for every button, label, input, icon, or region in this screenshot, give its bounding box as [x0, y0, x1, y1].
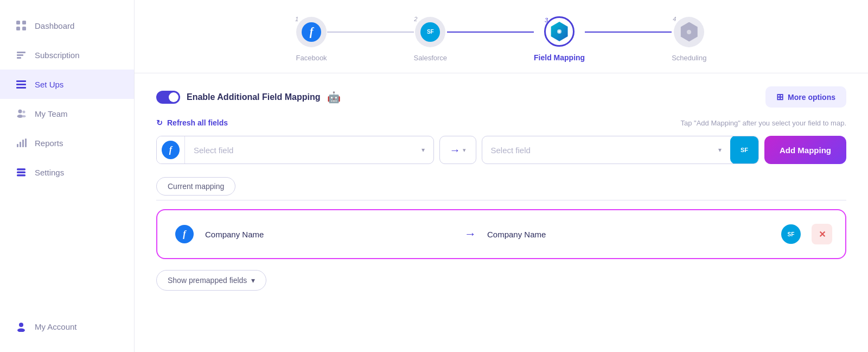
sidebar-label-myaccount: My Account — [35, 322, 77, 331]
team-icon — [15, 108, 27, 120]
dashboard-icon — [15, 20, 27, 32]
svg-point-21 — [19, 323, 23, 327]
close-icon: ✕ — [819, 229, 826, 240]
more-options-button[interactable]: ⊞ More options — [765, 86, 846, 108]
sidebar-item-reports[interactable]: Reports — [0, 128, 134, 158]
connector-2 — [447, 32, 534, 33]
grid-icon: ⊞ — [776, 92, 783, 102]
subscription-icon — [15, 49, 27, 61]
svg-rect-15 — [20, 142, 21, 147]
facebook-field-select[interactable]: f Select field ▾ — [156, 136, 434, 164]
sidebar-item-myaccount[interactable]: My Account — [0, 312, 134, 341]
delete-mapping-button[interactable]: ✕ — [812, 224, 832, 244]
salesforce-select-placeholder: Select field — [491, 146, 531, 155]
svg-point-22 — [17, 329, 25, 332]
refresh-row: ↻ Refresh all fields Tap "Add Mapping" a… — [156, 118, 846, 127]
sidebar: Dashboard Subscription Set Ups My Team R… — [0, 0, 135, 352]
robot-icon: 🤖 — [327, 91, 341, 104]
content-area: Enable Additional Field Mapping 🤖 ⊞ More… — [135, 73, 868, 352]
account-icon — [15, 320, 27, 332]
show-premapped-label: Show premapped fields — [168, 276, 247, 285]
svg-point-10 — [18, 110, 22, 114]
scheduling-icon — [679, 22, 699, 42]
sidebar-item-settings[interactable]: Settings — [0, 158, 134, 187]
steps-header: 1 f Facebook 2 SF Salesforce 3 Field Map… — [135, 0, 868, 73]
settings-icon — [15, 166, 27, 178]
svg-rect-18 — [17, 168, 25, 171]
salesforce-badge: SF — [730, 136, 758, 164]
arrow-chevron-icon: ▾ — [463, 147, 466, 154]
connector-1 — [327, 32, 414, 33]
mapping-card-0: f Company Name → Company Name SF ✕ — [156, 209, 846, 259]
sidebar-item-dashboard[interactable]: Dashboard — [0, 11, 134, 40]
mapping-input-row: f Select field ▾ → ▾ Select field ▾ — [156, 136, 846, 164]
step-salesforce: 2 SF Salesforce — [414, 17, 447, 62]
mapping-source-field: f Company Name — [170, 220, 454, 248]
svg-rect-17 — [25, 139, 27, 147]
salesforce-icon: SF — [420, 22, 440, 42]
svg-rect-16 — [22, 140, 24, 147]
svg-rect-6 — [17, 57, 21, 59]
svg-rect-2 — [16, 27, 20, 30]
facebook-icon-select: f — [162, 141, 180, 159]
refresh-icon: ↻ — [156, 118, 163, 127]
arrow-icon: → — [450, 144, 461, 156]
enable-left: Enable Additional Field Mapping 🤖 — [156, 91, 341, 104]
sidebar-item-setups[interactable]: Set Ups — [0, 70, 134, 99]
setups-icon — [15, 78, 27, 90]
mapping-arrow-icon: → — [464, 227, 476, 241]
svg-point-25 — [687, 30, 691, 34]
svg-point-24 — [558, 30, 560, 33]
sidebar-item-myteam[interactable]: My Team — [0, 99, 134, 128]
step-circle-salesforce: 2 SF — [415, 17, 445, 47]
enable-label: Enable Additional Field Mapping — [187, 92, 321, 102]
svg-rect-20 — [17, 174, 25, 177]
current-mapping-label: Current mapping — [168, 182, 224, 191]
divider — [156, 200, 846, 200]
svg-rect-1 — [22, 21, 26, 24]
enable-row: Enable Additional Field Mapping 🤖 ⊞ More… — [156, 86, 846, 108]
direction-arrow-button[interactable]: → ▾ — [439, 136, 476, 164]
refresh-button[interactable]: ↻ Refresh all fields — [156, 118, 228, 127]
facebook-icon: f — [302, 22, 321, 42]
main-content: 1 f Facebook 2 SF Salesforce 3 Field Map… — [135, 0, 868, 352]
sidebar-label-setups: Set Ups — [35, 80, 63, 89]
salesforce-field-select[interactable]: Select field ▾ SF — [482, 136, 760, 164]
step-circle-scheduling: 4 — [674, 17, 704, 47]
facebook-select-placeholder: Select field — [194, 146, 233, 155]
current-mapping-tab: Current mapping — [156, 177, 235, 196]
step-circle-fieldmapping: 3 — [544, 16, 575, 47]
show-premapped-button[interactable]: Show premapped fields ▾ — [156, 270, 266, 291]
sidebar-label-reports: Reports — [35, 139, 63, 148]
step-circle-facebook: 1 f — [296, 17, 327, 47]
svg-rect-19 — [17, 172, 25, 174]
add-mapping-button[interactable]: Add Mapping — [764, 136, 846, 164]
mapping-source-name: Company Name — [205, 230, 264, 239]
svg-rect-0 — [16, 21, 20, 24]
sf-chevron-icon: ▾ — [718, 146, 722, 154]
facebook-icon-row: f — [175, 225, 194, 243]
step-facebook: 1 f Facebook — [296, 17, 327, 62]
svg-point-13 — [22, 115, 26, 117]
svg-point-12 — [23, 111, 25, 114]
step-scheduling: 4 Scheduling — [672, 17, 706, 62]
connector-3 — [585, 32, 672, 33]
step-label-salesforce: Salesforce — [414, 54, 447, 62]
hint-text: Tap "Add Mapping" after you select your … — [680, 119, 846, 127]
toggle-thumb — [169, 92, 178, 102]
step-label-scheduling: Scheduling — [672, 54, 706, 62]
svg-rect-9 — [16, 87, 26, 89]
step-fieldmapping: 3 Field Mapping — [534, 16, 585, 62]
enable-toggle[interactable] — [156, 91, 180, 104]
sidebar-label-settings: Settings — [35, 168, 64, 177]
chevron-down-icon: ▾ — [251, 276, 255, 285]
sidebar-label-dashboard: Dashboard — [35, 21, 74, 30]
mapping-target-field: Company Name — [487, 230, 770, 239]
salesforce-logo-row: SF — [781, 224, 801, 244]
chevron-down-icon: ▾ — [422, 146, 425, 154]
sidebar-label-subscription: Subscription — [35, 51, 80, 60]
sidebar-item-subscription[interactable]: Subscription — [0, 40, 134, 70]
reports-icon — [15, 137, 27, 149]
fieldmapping-icon — [550, 22, 569, 41]
svg-rect-7 — [16, 80, 26, 82]
